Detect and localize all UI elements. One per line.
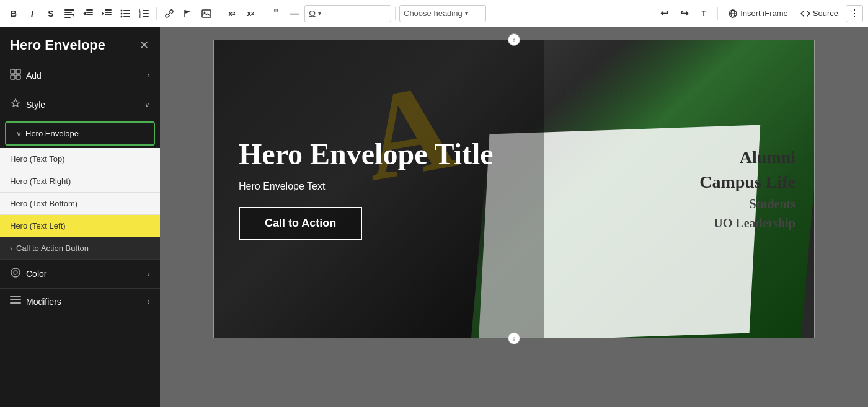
svg-point-17 — [121, 15, 123, 17]
toolbar-divider-4 — [395, 7, 396, 20]
add-icon — [10, 69, 21, 82]
canvas-handle-bottom[interactable]: ↕ — [508, 332, 520, 344]
unordered-list-button[interactable] — [117, 5, 134, 22]
svg-rect-2 — [64, 14, 74, 15]
outdent-button[interactable] — [79, 5, 97, 22]
undo-button[interactable]: ↩ — [655, 5, 673, 22]
hero-envelope-label: Hero Envelope — [25, 129, 79, 138]
sidebar-close-button[interactable]: ✕ — [138, 37, 150, 53]
heading-dropdown-label: Choose heading — [404, 9, 463, 18]
svg-point-13 — [121, 9, 123, 11]
svg-rect-18 — [123, 16, 130, 17]
hero-text-bottom-label: Hero (Text Bottom) — [10, 199, 78, 208]
hero-text-top-label: Hero (Text Top) — [10, 154, 65, 164]
hero-nav-campus-life: Campus Life — [533, 172, 795, 192]
add-section-label: Add — [26, 71, 42, 81]
heading-dropdown[interactable]: Choose heading ▾ — [399, 5, 486, 22]
toolbar-divider-3 — [263, 7, 264, 20]
svg-rect-34 — [11, 75, 15, 79]
svg-rect-35 — [16, 75, 20, 79]
hero-content: Hero Envelope Title Hero Envelope Text C… — [214, 40, 544, 338]
subscript-button[interactable]: x2 — [242, 5, 259, 22]
style-item-hero-text-right[interactable]: Hero (Text Right) — [0, 170, 160, 193]
toolbar-divider-5 — [490, 7, 490, 20]
hero-text-right-label: Hero (Text Right) — [10, 177, 71, 186]
toolbar: B I S — [0, 0, 868, 27]
toolbar-divider-2 — [219, 7, 219, 20]
modifiers-icon — [10, 296, 21, 307]
flag-button[interactable] — [179, 5, 197, 22]
redo-button[interactable]: ↪ — [675, 5, 693, 22]
hero-nav-uo-leadership: UO Leadership — [533, 216, 795, 230]
modifiers-section-left: Modifiers — [10, 296, 61, 307]
svg-point-15 — [121, 12, 123, 14]
sidebar-header: Hero Envelope ✕ — [0, 27, 160, 61]
svg-marker-4 — [73, 15, 74, 17]
strikethrough-button[interactable]: S — [42, 5, 60, 22]
insert-iframe-button[interactable]: Insert iFrame — [723, 6, 793, 20]
hero-text-left-label: Hero (Text Left) — [10, 221, 66, 230]
style-item-hero-text-left[interactable]: Hero (Text Left) — [0, 215, 160, 237]
align-button[interactable] — [61, 5, 78, 22]
style-section-label: Style — [26, 100, 45, 110]
svg-rect-39 — [10, 299, 21, 300]
svg-rect-0 — [64, 9, 74, 11]
image-button[interactable] — [198, 5, 215, 22]
omega-dropdown[interactable]: Ω ▾ — [304, 5, 391, 22]
toolbar-right: ↩ ↪ T Insert iFrame Source ⋮ — [655, 5, 863, 22]
color-icon — [10, 267, 21, 281]
style-item-hero-text-bottom[interactable]: Hero (Text Bottom) — [0, 193, 160, 215]
color-section-header[interactable]: Color › — [0, 260, 160, 288]
cta-button-chevron-icon: › — [10, 244, 12, 253]
add-section-header[interactable]: Add › — [0, 61, 160, 90]
hero-text: Hero Envelope Text — [239, 181, 519, 192]
cta-button-label: Call to Action Button — [16, 243, 89, 253]
hero-image: A Alumni Campus Life Students UO Leaders… — [214, 40, 814, 338]
svg-rect-38 — [10, 296, 21, 297]
quote-button[interactable]: " — [267, 5, 285, 22]
modifiers-chevron-icon: › — [148, 297, 150, 306]
hero-nav-alumni: Alumni — [533, 147, 795, 167]
clear-format-button[interactable]: T — [695, 5, 712, 22]
canvas-area: ↕ A Alumni Campus Life Students — [160, 27, 868, 407]
hero-cta-button[interactable]: Call to Action — [239, 207, 362, 240]
color-chevron-icon: › — [148, 269, 150, 278]
style-icon — [10, 98, 21, 112]
add-section-left: Add — [10, 69, 42, 82]
sidebar-section-add: Add › — [0, 61, 160, 90]
svg-rect-27 — [202, 10, 211, 17]
style-item-hero-text-top[interactable]: Hero (Text Top) — [0, 148, 160, 170]
insert-iframe-label: Insert iFrame — [740, 9, 788, 18]
style-section-left: Style — [10, 98, 45, 112]
modifiers-section-header[interactable]: Modifiers › — [0, 289, 160, 315]
italic-button[interactable]: I — [24, 5, 41, 22]
more-button[interactable]: ⋮ — [846, 5, 863, 22]
hero-envelope-label-group: ∨ Hero Envelope — [16, 129, 79, 138]
ordered-list-button[interactable]: 1. 2. 3. — [135, 5, 153, 22]
svg-rect-1 — [64, 12, 72, 13]
modifiers-section-label: Modifiers — [26, 297, 61, 307]
svg-rect-7 — [86, 14, 93, 15]
svg-marker-26 — [185, 10, 191, 14]
svg-marker-8 — [83, 12, 86, 15]
style-item-cta-button[interactable]: › Call to Action Button — [0, 237, 160, 259]
sidebar-section-color: Color › — [0, 260, 160, 289]
superscript-button[interactable]: x2 — [223, 5, 241, 22]
link-button[interactable] — [161, 5, 178, 22]
source-button[interactable]: Source — [795, 6, 843, 20]
hr-button[interactable]: — — [286, 5, 303, 22]
color-section-label: Color — [26, 269, 46, 279]
hero-title: Hero Envelope Title — [239, 138, 519, 171]
sidebar-section-style: Style ∨ ∨ Hero Envelope Hero (Text Top) … — [0, 90, 160, 260]
indent-button[interactable] — [98, 5, 115, 22]
source-label: Source — [813, 9, 838, 18]
svg-rect-22 — [143, 13, 149, 14]
canvas-handle-top[interactable]: ↕ — [508, 33, 520, 46]
hero-envelope-chevron-icon: ∨ — [16, 129, 22, 138]
style-item-hero-envelope[interactable]: ∨ Hero Envelope — [5, 121, 155, 146]
bold-button[interactable]: B — [5, 5, 22, 22]
svg-rect-33 — [16, 69, 20, 74]
svg-rect-14 — [123, 10, 130, 11]
main-layout: Hero Envelope ✕ Add › — [0, 27, 868, 407]
style-section-header[interactable]: Style ∨ — [0, 90, 160, 119]
